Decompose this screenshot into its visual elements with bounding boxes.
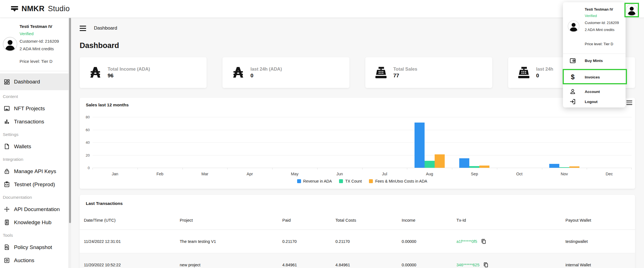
menu-item-buy-mints[interactable]: Buy Mints <box>563 55 626 66</box>
page-title: Dashboard <box>80 41 635 50</box>
stat-card-value: 0 <box>250 73 282 79</box>
auction-icon <box>3 257 10 264</box>
legend-item-revenue-in-ada: Revenue in ADA <box>297 179 332 183</box>
dropdown-divider <box>563 54 626 54</box>
sidebar-toggle-icon[interactable] <box>80 26 86 31</box>
x-axis-tick-mark <box>272 168 273 169</box>
stat-card-text: Total Sales77 <box>393 66 417 79</box>
chart-bar <box>425 161 435 168</box>
nmkr-studio-app: NMKRStudio Testi Testman IV Verified Cus… <box>0 0 644 268</box>
menu-item-invoices[interactable]: $Invoices <box>563 72 626 82</box>
logout-icon <box>569 98 576 105</box>
user-name: Testi Testman IV <box>20 24 68 29</box>
ada-symbol-icon: ₳ <box>230 65 246 80</box>
brand-name: NMKR <box>22 4 44 13</box>
sidebar-item-wallets[interactable]: Wallets <box>0 140 68 153</box>
dropdown-mint-credits: 2 ADA Mint credits <box>585 28 614 32</box>
legend-item-fees-minutxo-costs-in-ada: Fees & MinUtxo Costs in ADA <box>369 179 427 183</box>
chart-legend: Revenue in ADATX CountFees & MinUtxo Cos… <box>93 179 632 183</box>
tx-id-link[interactable]: a1f******0f5 <box>456 239 477 244</box>
sidebar-item-dashboard[interactable]: Dashboard <box>0 73 68 90</box>
menu-item-label: Buy Mints <box>585 59 603 63</box>
breadcrumb[interactable]: Dashboard <box>94 25 117 31</box>
sidebar-item-transactions[interactable]: Transactions <box>0 115 68 128</box>
stat-card-total-sales: Total Sales77 <box>365 57 492 88</box>
dropdown-avatar-icon <box>568 20 579 33</box>
api-icon <box>3 206 10 213</box>
legend-item-tx-count: TX Count <box>339 179 362 183</box>
sidebar-user-block: Testi Testman IV Verified Customer-Id: 2… <box>0 18 68 68</box>
cash-register-icon <box>373 65 389 80</box>
user-avatar-icon <box>3 37 17 51</box>
user-verified-status: Verified <box>20 31 68 36</box>
x-axis-tick-label: Jan <box>93 172 138 176</box>
x-axis-tick-label: Mar <box>183 172 228 176</box>
x-axis-tick-label: Nov <box>542 172 587 176</box>
sidebar-section-label: Content <box>0 90 68 102</box>
stat-card-value: 77 <box>393 73 417 79</box>
x-axis-tick-label: Jun <box>317 172 362 176</box>
code-clipboard-icon <box>3 181 10 188</box>
sidebar-item-label: Manage API Keys <box>14 168 56 174</box>
stat-card-label: Total Sales <box>393 66 417 72</box>
sidebar-item-policy-snapshot[interactable]: Policy Snapshot <box>0 241 68 254</box>
cell-paid: 4.84961 <box>282 263 335 267</box>
x-axis-tick-mark <box>138 168 138 169</box>
column-header-paid: Paid <box>282 218 335 222</box>
sidebar-item-label: API Documentation <box>14 206 60 212</box>
sidebar-scrollbar[interactable] <box>68 18 71 268</box>
account-avatar-button[interactable] <box>624 3 639 17</box>
menu-item-logout[interactable]: Logout <box>563 96 626 107</box>
x-axis-tick-mark <box>631 168 632 169</box>
brand-suffix: Studio <box>48 4 70 13</box>
x-axis-tick-label: May <box>272 172 317 176</box>
sidebar-item-label: Wallets <box>14 143 31 150</box>
copy-icon[interactable] <box>483 262 489 268</box>
sidebar-item-api-documentation[interactable]: API Documentation <box>0 203 68 216</box>
nmkr-logo-icon <box>10 5 19 13</box>
chart-bar <box>415 123 425 168</box>
table-row: 11/20/2022 10:52:22new project4.849614.8… <box>80 253 635 268</box>
stat-card-text: Total Income (ADA)96 <box>108 66 150 79</box>
dropdown-price-level: Price level: Tier D <box>585 42 613 46</box>
menu-item-account[interactable]: Account <box>563 86 626 97</box>
sidebar-item-nft-projects[interactable]: NFT Projects <box>0 102 68 115</box>
wallet-icon <box>569 57 576 64</box>
column-header-income: Income <box>402 218 456 222</box>
x-axis-tick-label: Feb <box>138 172 183 176</box>
sidebar-item-manage-api-keys[interactable]: Manage API Keys <box>0 165 68 178</box>
sidebar-item-label: Testnet (Preprod) <box>14 181 55 188</box>
stat-card-value: 96 <box>108 73 150 79</box>
copy-icon[interactable] <box>480 238 487 245</box>
sidebar-scrollbar-thumb[interactable] <box>69 18 71 223</box>
menu-item-label: Account <box>585 90 600 94</box>
chart-bar <box>569 166 579 168</box>
y-axis-tick-label: 0 <box>88 166 90 170</box>
last-transactions-card: Last Transactions Date/Time (UTC)Project… <box>80 195 635 268</box>
column-header-total-costs: Total Costs <box>335 218 402 222</box>
x-axis-tick-mark <box>93 168 93 169</box>
top-header-bar: NMKRStudio <box>0 0 644 18</box>
sidebar-item-testnet-preprod[interactable]: Testnet (Preprod) <box>0 178 68 191</box>
dropdown-user-name: Testi Testman IV <box>585 7 613 11</box>
dollar-glyph: $ <box>571 74 574 80</box>
breadcrumb-row: Dashboard <box>80 24 635 32</box>
x-axis-tick-mark <box>497 168 497 169</box>
tx-id-link[interactable]: 346******625 <box>456 263 479 267</box>
sidebar-item-auctions[interactable]: Auctions <box>0 254 68 267</box>
x-axis-tick-mark <box>227 168 228 169</box>
x-axis-tick-mark <box>407 168 407 169</box>
chart-title: Sales last 12 months <box>86 102 129 107</box>
cell-project: new project <box>180 263 282 267</box>
image-icon <box>3 105 10 112</box>
x-axis-tick-mark <box>452 168 452 169</box>
transactions-table: Date/Time (UTC)ProjectPaidTotal CostsInc… <box>80 210 635 268</box>
nmkr-logo[interactable]: NMKRStudio <box>10 4 70 13</box>
sales-bar-chart: 020406080JanFebMarAprMayJunJulAugSepOctN… <box>93 117 632 168</box>
chart-menu-icon[interactable] <box>626 100 632 105</box>
sidebar-item-label: Policy Snapshot <box>14 244 52 250</box>
sidebar-section-label: Settings <box>0 128 68 140</box>
stat-card-total-income-ada: ₳Total Income (ADA)96 <box>80 57 207 88</box>
stat-card-last-24h-ada: ₳last 24h (ADA)0 <box>222 57 349 88</box>
sidebar-item-knowledge-hub[interactable]: Knowledge Hub <box>0 216 68 229</box>
